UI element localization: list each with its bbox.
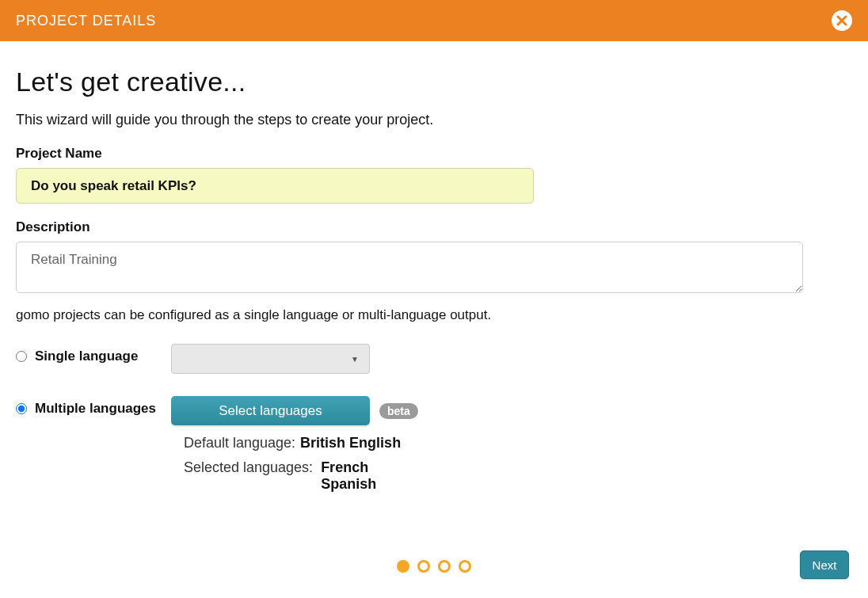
header-title: PROJECT DETAILS [16, 13, 156, 29]
description-label: Description [16, 219, 852, 235]
close-icon [836, 15, 847, 26]
step-dot-1[interactable] [397, 560, 409, 573]
default-language-value: British English [300, 435, 401, 451]
step-dot-4[interactable] [459, 560, 471, 573]
multiple-languages-radio-wrap[interactable]: Multiple languages [16, 396, 171, 417]
selected-languages-row: Selected languages: French Spanish [171, 459, 852, 493]
single-language-select[interactable] [171, 344, 370, 374]
languages-info-block: Default language: British English Select… [171, 435, 852, 493]
beta-badge: beta [379, 403, 418, 419]
modal-footer: Next [0, 550, 868, 582]
modal-content: Let's get creative... This wizard will g… [0, 41, 868, 516]
single-language-radio[interactable] [16, 351, 27, 362]
close-button[interactable] [832, 10, 852, 31]
description-textarea[interactable] [16, 242, 803, 293]
next-button[interactable]: Next [800, 550, 849, 579]
single-language-label: Single language [35, 349, 138, 364]
project-name-input[interactable] [16, 168, 534, 204]
project-name-label: Project Name [16, 146, 852, 162]
multiple-languages-radio[interactable] [16, 403, 27, 414]
selected-languages-label: Selected languages: [184, 459, 313, 493]
multiple-languages-controls: Select languages beta [171, 396, 418, 425]
modal-header: PROJECT DETAILS [0, 0, 868, 41]
selected-language-item: French [321, 459, 376, 476]
single-language-row: Single language ▼ [16, 344, 852, 374]
page-subtitle: This wizard will guide you through the s… [16, 112, 852, 128]
select-languages-button[interactable]: Select languages [171, 396, 370, 425]
single-language-select-wrap: ▼ [171, 344, 370, 374]
language-helper-text: gomo projects can be configured as a sin… [16, 307, 852, 323]
page-title: Let's get creative... [16, 67, 852, 97]
multiple-languages-row: Multiple languages Select languages beta [16, 396, 852, 425]
default-language-row: Default language: British English [171, 435, 852, 451]
default-language-label: Default language: [184, 435, 295, 451]
selected-language-item: Spanish [321, 476, 376, 493]
selected-languages-list: French Spanish [321, 459, 376, 493]
multiple-languages-label: Multiple languages [35, 401, 156, 417]
wizard-stepper [397, 560, 471, 573]
single-language-radio-wrap[interactable]: Single language [16, 344, 171, 364]
step-dot-2[interactable] [417, 560, 430, 573]
step-dot-3[interactable] [438, 560, 451, 573]
